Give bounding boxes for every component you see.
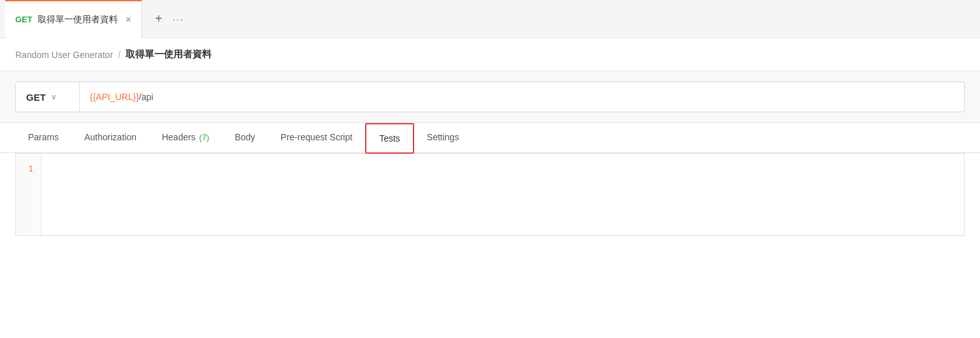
- breadcrumb-current: 取得單一使用者資料: [126, 48, 212, 61]
- more-tabs-button[interactable]: ···: [173, 14, 184, 24]
- tab-headers[interactable]: Headers (7): [149, 123, 222, 152]
- url-static-part: /api: [139, 92, 154, 102]
- tab-method-label: GET: [15, 15, 32, 24]
- url-input[interactable]: {{API_URL}}/api: [80, 92, 964, 102]
- tab-headers-badge: (7): [197, 133, 210, 142]
- tab-body[interactable]: Body: [222, 123, 268, 152]
- tab-pre-request-script[interactable]: Pre-request Script: [268, 123, 365, 152]
- tab-authorization-label: Authorization: [84, 132, 136, 142]
- tab-params-label: Params: [28, 132, 59, 142]
- tabs-navigation: ParamsAuthorizationHeaders (7)BodyPre-re…: [0, 123, 980, 153]
- new-tab-button[interactable]: +: [147, 8, 170, 31]
- line-numbers: 1: [16, 154, 41, 235]
- tab-headers-label: Headers: [162, 132, 196, 142]
- code-content[interactable]: [41, 154, 964, 235]
- tab-close-icon[interactable]: ×: [126, 14, 131, 26]
- tab-title-label: 取得單一使用者資料: [38, 14, 118, 26]
- tab-bar: GET 取得單一使用者資料 × + ···: [0, 0, 980, 38]
- tab-params[interactable]: Params: [15, 123, 71, 152]
- code-editor[interactable]: 1: [15, 153, 965, 236]
- method-selector[interactable]: GET ∨: [16, 82, 80, 112]
- tab-tests-label: Tests: [379, 133, 400, 143]
- breadcrumb-separator: /: [118, 50, 120, 60]
- url-variable-part: {{API_URL}}: [90, 92, 139, 102]
- tab-tests[interactable]: Tests: [365, 123, 414, 154]
- breadcrumb-bar: Random User Generator / 取得單一使用者資料: [0, 38, 980, 71]
- tab-settings-label: Settings: [427, 132, 459, 142]
- chevron-down-icon: ∨: [51, 92, 57, 101]
- tab-pre-request-script-label: Pre-request Script: [280, 132, 352, 142]
- method-label: GET: [26, 92, 46, 103]
- main-content: 1: [0, 153, 980, 236]
- breadcrumb: Random User Generator / 取得單一使用者資料: [15, 48, 965, 61]
- tab-settings[interactable]: Settings: [414, 123, 472, 152]
- active-tab[interactable]: GET 取得單一使用者資料 ×: [5, 0, 142, 38]
- tab-authorization[interactable]: Authorization: [71, 123, 149, 152]
- url-bar: GET ∨ {{API_URL}}/api: [15, 82, 965, 112]
- url-bar-section: GET ∨ {{API_URL}}/api: [0, 71, 980, 123]
- tab-body-label: Body: [234, 132, 255, 142]
- line-number-1: 1: [24, 164, 33, 173]
- breadcrumb-parent[interactable]: Random User Generator: [15, 50, 113, 60]
